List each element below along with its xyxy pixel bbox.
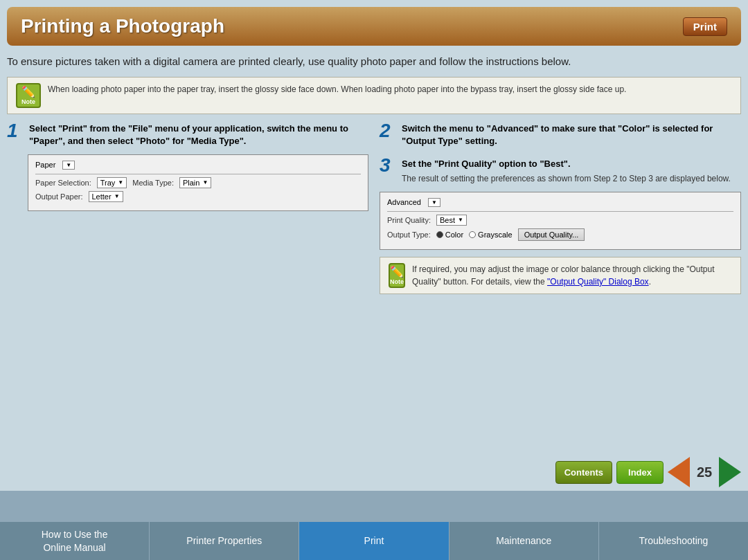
main-content: Printing a Photograph Print To ensure pi… — [0, 0, 748, 491]
left-column: 1 Select "Print" from the "File" menu of… — [7, 123, 368, 294]
tab-printer-properties[interactable]: Printer Properties — [150, 521, 299, 560]
step-3-subtext: The result of setting the preferences as… — [402, 173, 731, 185]
mockup-paper-header: Paper — [35, 161, 361, 170]
step-3-container: 3 Set the "Print Quality" option to "Bes… — [380, 157, 741, 185]
note-text-2: If required, you may adjust the image or… — [412, 263, 732, 288]
paper-selection-row: Paper Selection: Tray Media Type: Plain — [35, 177, 361, 188]
intro-text: To ensure pictures taken with a digital … — [7, 54, 741, 70]
step-3-title: Set the "Print Quality" option to "Best"… — [402, 159, 571, 169]
color-radio-label: Color — [445, 231, 463, 239]
grayscale-radio-indicator — [469, 231, 476, 238]
step-3-number: 3 — [380, 156, 396, 185]
tab-how-to-use-label: How to Use theOnline Manual — [42, 528, 108, 553]
grayscale-radio-label: Grayscale — [478, 231, 513, 239]
page-title: Printing a Photograph — [21, 15, 224, 37]
output-paper-row: Output Paper: Letter — [35, 191, 361, 202]
step-1-number: 1 — [7, 121, 24, 147]
step-2-container: 2 Switch the menu to "Advanced" to make … — [380, 123, 741, 147]
output-paper-label: Output Paper: — [35, 192, 83, 201]
index-button[interactable]: Index — [616, 461, 664, 484]
color-radio[interactable]: Color — [436, 231, 463, 239]
advanced-mockup: Advanced Print Quality: Best Output Type… — [380, 192, 741, 250]
note-text-1: When loading photo paper into the paper … — [48, 83, 626, 96]
next-button[interactable] — [719, 457, 741, 487]
paper-section-dropdown[interactable] — [62, 161, 75, 170]
right-column: 2 Switch the menu to "Advanced" to make … — [380, 123, 741, 294]
prev-button[interactable] — [668, 457, 690, 487]
tab-maintenance-label: Maintenance — [496, 534, 551, 547]
mockup-sep-1 — [35, 174, 361, 174]
tab-print-label: Print — [364, 534, 384, 547]
note-box-2: ✏️ Note If required, you may adjust the … — [380, 257, 741, 294]
output-type-row: Output Type: Color Grayscale Output Qual… — [387, 228, 733, 241]
note2-suffix: . — [649, 277, 651, 287]
step-3-content: Set the "Print Quality" option to "Best"… — [402, 157, 731, 185]
advanced-section-label: Advanced — [387, 198, 421, 206]
advanced-sep — [387, 211, 733, 212]
advanced-header: Advanced — [387, 198, 733, 207]
print-quality-row: Print Quality: Best — [387, 215, 733, 226]
contents-button[interactable]: Contents — [555, 461, 612, 484]
note-icon-2: ✏️ Note — [389, 263, 405, 288]
tab-troubleshooting-label: Troubleshooting — [639, 534, 708, 547]
output-paper-dropdown[interactable]: Letter — [89, 191, 123, 202]
paper-mockup: Paper Paper Selection: Tray Media Type: … — [28, 154, 368, 211]
title-badge: Print — [683, 17, 727, 36]
tab-how-to-use[interactable]: How to Use theOnline Manual — [0, 521, 150, 560]
note-box-1: ✏️ Note When loading photo paper into th… — [7, 77, 741, 114]
output-type-radio-group: Color Grayscale Output Quality... — [436, 228, 585, 241]
page-number: 25 — [694, 464, 715, 480]
tab-troubleshooting[interactable]: Troubleshooting — [599, 521, 748, 560]
color-radio-indicator — [436, 231, 443, 238]
output-type-label: Output Type: — [387, 231, 431, 239]
media-type-dropdown[interactable]: Plain — [179, 177, 211, 188]
print-quality-dropdown[interactable]: Best — [436, 215, 467, 226]
output-quality-link[interactable]: "Output Quality" Dialog Box — [547, 277, 649, 287]
step-2-text: Switch the menu to "Advanced" to make su… — [402, 123, 741, 147]
print-quality-label: Print Quality: — [387, 216, 431, 224]
tab-print[interactable]: Print — [299, 521, 449, 560]
step-1-text: Select "Print" from the "File" menu of y… — [29, 123, 368, 147]
note-icon-1: ✏️ Note — [16, 83, 41, 108]
title-bar: Printing a Photograph Print — [7, 7, 741, 46]
two-column-layout: 1 Select "Print" from the "File" menu of… — [7, 123, 741, 294]
step-2-number: 2 — [380, 121, 396, 147]
media-type-label: Media Type: — [132, 179, 174, 187]
advanced-section-dropdown[interactable] — [428, 198, 440, 207]
pencil-icon: ✏️ — [21, 85, 35, 98]
pagination-area: Contents Index 25 — [555, 457, 741, 487]
tab-maintenance[interactable]: Maintenance — [449, 521, 599, 560]
output-quality-button[interactable]: Output Quality... — [518, 228, 585, 241]
step-1-container: 1 Select "Print" from the "File" menu of… — [7, 123, 368, 147]
tab-printer-properties-label: Printer Properties — [186, 534, 262, 547]
bottom-nav: How to Use theOnline Manual Printer Prop… — [0, 521, 748, 560]
mockup-paper-label: Paper — [35, 161, 55, 169]
grayscale-radio[interactable]: Grayscale — [469, 231, 513, 239]
pencil-icon-2: ✏️ — [390, 265, 404, 278]
paper-selection-dropdown[interactable]: Tray — [97, 177, 127, 188]
paper-selection-label: Paper Selection: — [35, 179, 91, 187]
